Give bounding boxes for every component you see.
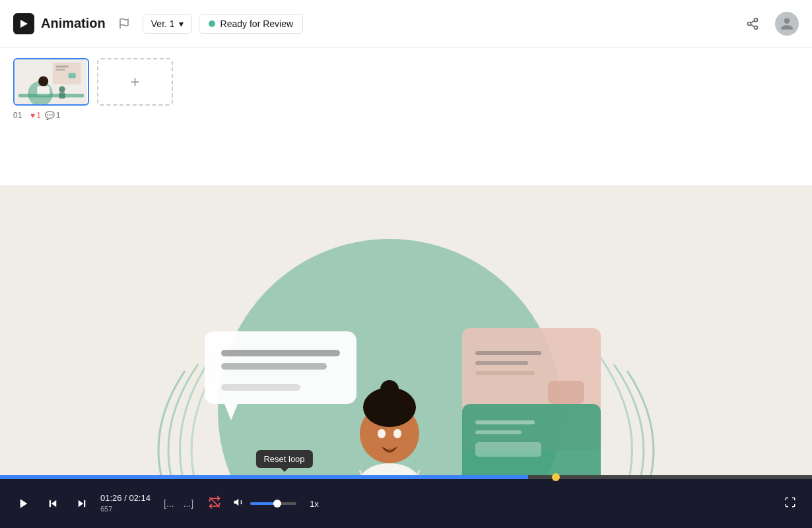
video-area — [0, 186, 812, 475]
svg-marker-55 — [234, 499, 239, 506]
flag-button[interactable] — [112, 12, 136, 36]
app-title: Animation — [41, 16, 106, 31]
svg-rect-17 — [59, 92, 65, 98]
heart-icon: ♥ — [30, 111, 35, 120]
svg-marker-52 — [79, 500, 84, 508]
svg-point-2 — [755, 18, 758, 21]
svg-rect-32 — [475, 430, 522, 434]
svg-marker-0 — [20, 20, 28, 28]
avatar[interactable] — [775, 12, 799, 36]
bracket-close-icon: ...] — [184, 498, 194, 509]
volume-icon — [233, 496, 245, 511]
time-current-total: 01:26 / 02:14 — [100, 493, 153, 504]
svg-point-3 — [748, 22, 751, 25]
svg-rect-9 — [56, 65, 69, 67]
bracket-open-icon: [... — [164, 498, 174, 509]
chevron-down-icon: ▾ — [179, 18, 184, 29]
controls-row: 01:26 / 02:14 657 [... ...] — [0, 479, 812, 528]
svg-marker-49 — [20, 499, 28, 508]
svg-rect-26 — [475, 351, 541, 355]
thumbnails-panel: 01 ♥ 1 💬 1 + — [0, 48, 812, 186]
svg-point-4 — [755, 26, 758, 29]
add-frame-item[interactable]: + — [97, 58, 173, 106]
svg-rect-28 — [475, 371, 535, 375]
video-controls: Reset loop 01:26 — [0, 475, 812, 528]
skip-back-button[interactable] — [42, 493, 63, 514]
volume-section — [233, 496, 296, 511]
svg-rect-33 — [475, 442, 541, 457]
svg-rect-31 — [475, 420, 535, 424]
speed-button[interactable]: 1x — [304, 496, 324, 512]
app-logo — [13, 13, 34, 34]
add-frame-button[interactable]: + — [97, 58, 173, 106]
status-badge[interactable]: Ready for Review — [199, 14, 304, 34]
svg-rect-30 — [462, 404, 601, 475]
svg-point-43 — [378, 429, 386, 438]
svg-rect-29 — [548, 381, 584, 404]
comment-icon: 💬 — [45, 111, 55, 120]
header-left: Animation Ver. 1 ▾ Ready for Review — [13, 12, 730, 36]
fullscreen-button[interactable] — [782, 494, 799, 514]
bracket-open-button[interactable]: [... — [161, 495, 177, 512]
play-button[interactable] — [13, 493, 34, 514]
svg-rect-53 — [84, 500, 85, 508]
svg-line-6 — [751, 20, 755, 22]
video-illustration — [0, 186, 812, 475]
svg-rect-15 — [18, 94, 84, 98]
thumbnail-frame-1[interactable] — [13, 58, 89, 106]
share-button[interactable] — [741, 12, 764, 36]
frame-number: 657 — [100, 504, 153, 513]
comment-count: 💬 1 — [45, 111, 61, 120]
svg-point-16 — [59, 86, 65, 92]
svg-point-44 — [393, 429, 401, 438]
svg-marker-50 — [51, 500, 57, 508]
svg-rect-11 — [68, 73, 75, 79]
svg-rect-23 — [221, 363, 327, 370]
svg-rect-24 — [221, 384, 300, 391]
like-count: ♥ 1 — [30, 111, 41, 120]
version-selector[interactable]: Ver. 1 ▾ — [143, 14, 192, 34]
plus-icon: + — [130, 73, 139, 91]
thumbnail-info-1: 01 ♥ 1 💬 1 — [13, 111, 89, 120]
frame-number: 01 — [13, 111, 26, 120]
svg-point-42 — [380, 380, 399, 399]
svg-rect-51 — [50, 500, 51, 508]
header: Animation Ver. 1 ▾ Ready for Review — [0, 0, 812, 48]
status-label: Ready for Review — [220, 18, 294, 29]
svg-rect-10 — [56, 69, 65, 71]
bracket-buttons: [... ...] — [161, 495, 196, 512]
video-canvas — [0, 186, 812, 475]
svg-line-5 — [751, 24, 755, 26]
status-dot — [209, 20, 215, 27]
svg-rect-22 — [221, 350, 340, 356]
skip-forward-button[interactable] — [71, 493, 92, 514]
thumbnail-item-1[interactable]: 01 ♥ 1 💬 1 — [13, 58, 89, 120]
svg-point-13 — [38, 77, 48, 86]
time-display: 01:26 / 02:14 657 — [100, 493, 153, 513]
version-label: Ver. 1 — [151, 18, 175, 29]
bracket-close-button[interactable]: ...] — [181, 495, 197, 512]
svg-rect-27 — [475, 361, 528, 365]
volume-slider[interactable] — [250, 502, 296, 505]
no-loop-button[interactable] — [204, 493, 225, 515]
